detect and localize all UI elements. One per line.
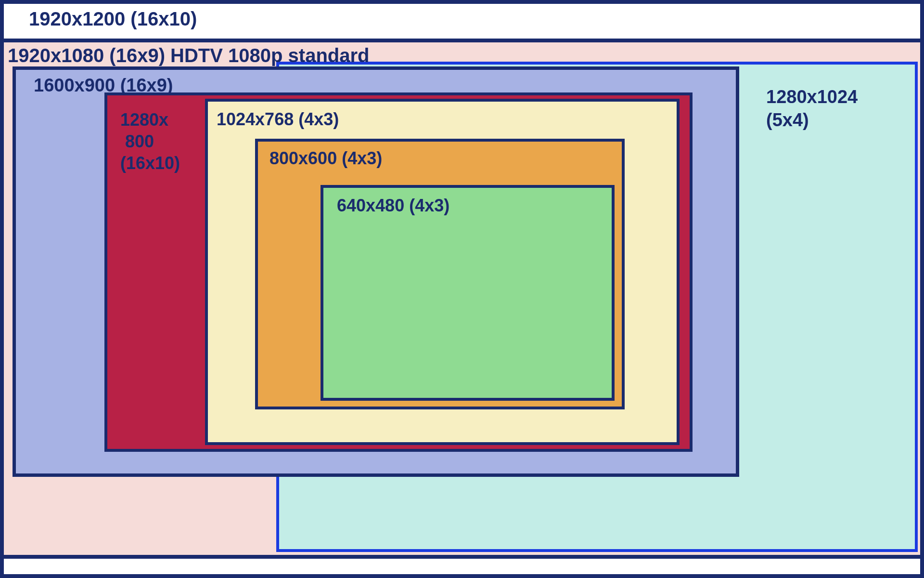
resolution-label-1024x768: 1024x768 (4x3) (217, 108, 339, 130)
resolution-label-1280x1024: 1280x1024 (5x4) (766, 86, 858, 131)
resolution-box-640x480 (321, 185, 615, 401)
resolution-label-924x578: 924x578 (16x10) (29, 7, 197, 31)
resolution-label-1600x900: 1600x900 (16x9) (34, 74, 173, 97)
resolution-label-800x600: 800x600 (4x3) (270, 147, 382, 169)
resolution-label-1280x800: 1280x 800 (16x10) (120, 109, 180, 174)
resolution-label-640x480: 640x480 (4x3) (337, 195, 449, 216)
resolution-label-1920x1080: 1920x1080 (16x9) HDTV 1080p standard (8, 43, 370, 67)
resolution-comparison-diagram: 924x578 (16x10) 1920x1080 (16x9) HDTV … (0, 0, 924, 578)
